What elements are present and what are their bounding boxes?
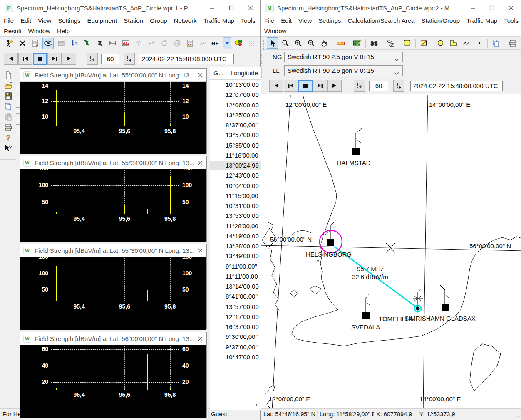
pan-hand-icon[interactable] <box>318 37 330 49</box>
play-button[interactable] <box>62 53 76 65</box>
step-up-button[interactable] <box>354 80 365 92</box>
interval-field[interactable]: 60 <box>369 81 388 91</box>
archive-icon[interactable] <box>55 38 67 49</box>
stop-button[interactable] <box>33 53 47 65</box>
menu-item-file[interactable]: File <box>261 17 278 24</box>
station-halmstad[interactable] <box>352 128 362 155</box>
longitude-row[interactable]: 13°57'00,00 <box>210 302 261 312</box>
minimize-button[interactable] <box>463 1 482 15</box>
hf-dropdown-icon[interactable] <box>223 37 231 49</box>
chart-titlebar[interactable]: W Field Strength [dBuV/m] at Lat: 56°00'… <box>20 332 206 345</box>
longitude-row[interactable]: 13°57'00,00 <box>210 130 261 140</box>
play-button[interactable] <box>327 80 342 92</box>
menu-item-settings[interactable]: Settings <box>315 17 344 24</box>
menu-item-station-group[interactable]: Station/Group <box>418 17 463 24</box>
step-down-button[interactable] <box>393 80 404 92</box>
chart-close-icon[interactable] <box>194 69 206 80</box>
ruler-icon[interactable] <box>335 37 346 49</box>
copy-icon[interactable] <box>3 101 14 111</box>
traffic-balls-icon[interactable] <box>233 38 244 49</box>
station-svedala[interactable] <box>362 293 370 319</box>
longitude-column-header[interactable]: Longitude <box>228 69 258 77</box>
menu-item-network[interactable]: Network <box>171 17 200 24</box>
zoom-in-icon[interactable] <box>293 37 304 49</box>
range-span-icon[interactable] <box>107 38 118 49</box>
station-gladsax[interactable] <box>440 285 450 311</box>
longitude-row[interactable]: 10°04'00,00 <box>210 181 261 191</box>
longitude-row[interactable]: 13°25'00,00 <box>210 110 261 120</box>
map-canvas[interactable]: HALMSTAD HELSINGBORG 95,7 MHz 32,6 dBuV/… <box>261 94 521 410</box>
minimize-button[interactable] <box>203 1 222 15</box>
worksheet-icon[interactable] <box>184 38 196 49</box>
show-results-eye-icon[interactable] <box>42 38 54 49</box>
longitude-row[interactable]: 13°49'00,00 <box>210 251 261 261</box>
map-window-titlebar[interactable]: M Spectrum_HelsingborgTS&HalmstadTS_AoP_… <box>261 0 521 15</box>
longitude-row[interactable]: 11°11'00,00 <box>210 272 261 282</box>
menu-item-tools[interactable]: Tools <box>238 17 259 24</box>
help-icon[interactable]: ? <box>3 132 14 143</box>
longitude-row[interactable]: 11°28'00,00 <box>210 221 261 231</box>
station-green-icon[interactable] <box>81 38 92 49</box>
close-button[interactable] <box>241 1 260 15</box>
play-reverse-button[interactable] <box>4 53 18 65</box>
resize-grip[interactable] <box>515 414 520 419</box>
zoom-out-icon[interactable] <box>305 37 317 49</box>
longitude-row[interactable]: 13°00'24,99 <box>210 161 261 170</box>
datetime-field[interactable]: 2024-02-22 15:48:08.000 UTC <box>410 81 503 91</box>
chart-close-icon[interactable] <box>194 157 206 168</box>
longitude-row[interactable]: 8°41'00,00" <box>210 292 261 301</box>
select-cursor-icon[interactable] <box>267 37 278 49</box>
step-down-button[interactable] <box>124 53 135 65</box>
menu-item-tools[interactable]: Tools <box>501 17 521 24</box>
chart-close-icon[interactable] <box>194 333 206 344</box>
ng-projection-select[interactable]: Swedish RT 90 2.5 gon V 0:-15 <box>284 52 403 62</box>
sort-query-icon[interactable]: ? <box>68 38 79 49</box>
map-edit-icon[interactable] <box>352 37 363 49</box>
new-file-icon[interactable] <box>3 70 14 80</box>
properties-icon[interactable] <box>30 38 41 49</box>
save-icon[interactable] <box>3 91 14 101</box>
step-first-button[interactable] <box>18 53 32 65</box>
play-reverse-button[interactable] <box>269 80 283 92</box>
area-rectangle-icon[interactable] <box>402 37 413 49</box>
station-dark-icon[interactable] <box>94 38 105 49</box>
step-first-button[interactable] <box>284 80 298 92</box>
area-edit-pencil-icon[interactable] <box>418 37 429 49</box>
longitude-row[interactable]: 12°07'00,00 <box>210 90 261 100</box>
open-folder-icon[interactable] <box>3 80 14 91</box>
longitude-row[interactable]: 12°17'00,00 <box>210 312 261 322</box>
menu-item-traffic-map[interactable]: Traffic Map <box>200 17 238 24</box>
longitude-row[interactable]: 13°53'00,00 <box>210 211 261 221</box>
station-tomelilla[interactable] <box>413 289 424 312</box>
scroll-right-icon[interactable]: › <box>256 401 258 408</box>
interval-field[interactable]: 60 <box>101 54 119 64</box>
chart-titlebar[interactable]: W Field Strength [dBuV/m] at Lat: 55°30'… <box>20 244 206 257</box>
menu-item-station[interactable]: Station <box>120 17 146 24</box>
menu-item-window[interactable]: Window <box>25 27 54 35</box>
longitude-row[interactable]: 11°15'00,00 <box>210 191 261 201</box>
row-grip[interactable] <box>261 54 263 64</box>
menu-item-view[interactable]: View <box>295 17 315 24</box>
menu-item-group[interactable]: Group <box>146 17 171 24</box>
longitude-row[interactable]: 10°31'00,00 <box>210 201 261 211</box>
find-binoculars-icon[interactable] <box>368 37 380 49</box>
menu-item-window[interactable]: Window <box>261 27 290 35</box>
menu-item-traffic-map[interactable]: Traffic Map <box>463 17 501 24</box>
menu-item-edit[interactable]: Edit <box>17 17 35 24</box>
delete-icon[interactable] <box>17 38 28 49</box>
menu-item-calculation-search-area[interactable]: Calculation/Search Area <box>344 17 418 24</box>
close-button[interactable] <box>501 1 521 15</box>
chart-titlebar[interactable]: W Field Strength [dBuV/m] at Lat: 55°00'… <box>20 69 206 82</box>
longitude-row[interactable]: 10°47'00,00 <box>210 352 261 362</box>
longitude-row[interactable]: 12°06'00,00 <box>210 100 261 110</box>
longitude-row[interactable]: 14°19'00,00 <box>210 231 261 241</box>
print-icon[interactable] <box>3 122 14 132</box>
row-grip[interactable] <box>261 68 263 78</box>
area-circle-icon[interactable] <box>435 37 446 49</box>
new-wizard-icon[interactable] <box>4 38 15 49</box>
longitude-row[interactable]: 13°28'00,00 <box>210 241 261 251</box>
longitude-row[interactable]: 12°43'00,00 <box>210 170 261 180</box>
zoom-icon[interactable] <box>280 37 291 49</box>
menu-item-equipment[interactable]: Equipment <box>84 17 120 24</box>
longitude-row[interactable]: 10°13'00,00 <box>210 80 261 90</box>
